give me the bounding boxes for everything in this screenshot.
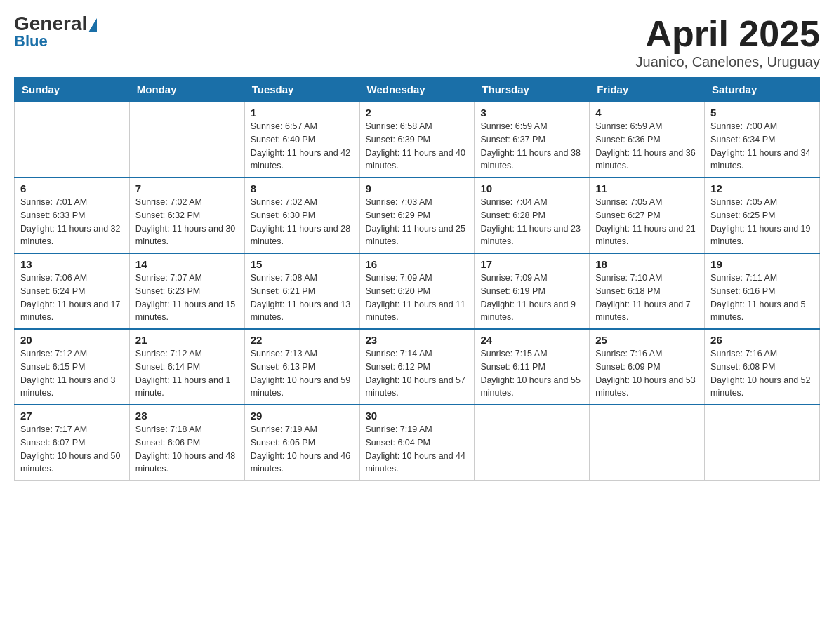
- calendar-header-row: SundayMondayTuesdayWednesdayThursdayFrid…: [15, 78, 820, 102]
- day-number: 6: [20, 182, 124, 194]
- calendar-cell: 11Sunrise: 7:05 AMSunset: 6:27 PMDayligh…: [590, 177, 705, 253]
- day-info: Sunrise: 7:03 AMSunset: 6:29 PMDaylight:…: [366, 196, 469, 248]
- day-number: 13: [20, 258, 124, 270]
- day-number: 21: [135, 334, 239, 346]
- day-info: Sunrise: 7:02 AMSunset: 6:30 PMDaylight:…: [251, 196, 354, 248]
- week-row-5: 27Sunrise: 7:17 AMSunset: 6:07 PMDayligh…: [15, 405, 820, 481]
- calendar-cell: 18Sunrise: 7:10 AMSunset: 6:18 PMDayligh…: [590, 253, 705, 329]
- day-info: Sunrise: 7:08 AMSunset: 6:21 PMDaylight:…: [251, 271, 354, 324]
- column-header-sunday: Sunday: [15, 78, 130, 102]
- week-row-1: 1Sunrise: 6:57 AMSunset: 6:40 PMDaylight…: [15, 102, 820, 177]
- day-info: Sunrise: 7:04 AMSunset: 6:28 PMDaylight:…: [480, 196, 583, 248]
- calendar-cell: 6Sunrise: 7:01 AMSunset: 6:33 PMDaylight…: [15, 177, 130, 253]
- calendar-cell: [705, 405, 820, 481]
- calendar-cell: 13Sunrise: 7:06 AMSunset: 6:24 PMDayligh…: [15, 253, 130, 329]
- day-number: 8: [251, 182, 354, 194]
- day-info: Sunrise: 7:12 AMSunset: 6:15 PMDaylight:…: [20, 347, 124, 400]
- day-number: 12: [710, 182, 814, 194]
- day-number: 26: [710, 334, 814, 346]
- day-number: 3: [480, 107, 583, 119]
- column-header-tuesday: Tuesday: [244, 78, 359, 102]
- week-row-4: 20Sunrise: 7:12 AMSunset: 6:15 PMDayligh…: [15, 329, 820, 405]
- day-number: 4: [595, 107, 699, 119]
- day-number: 16: [366, 258, 469, 270]
- day-info: Sunrise: 7:07 AMSunset: 6:23 PMDaylight:…: [135, 271, 239, 324]
- day-number: 27: [20, 410, 124, 422]
- calendar-cell: 17Sunrise: 7:09 AMSunset: 6:19 PMDayligh…: [475, 253, 590, 329]
- day-info: Sunrise: 7:15 AMSunset: 6:11 PMDaylight:…: [480, 347, 583, 400]
- day-number: 18: [595, 258, 699, 270]
- calendar-cell: 8Sunrise: 7:02 AMSunset: 6:30 PMDaylight…: [244, 177, 359, 253]
- logo-blue-text: Blue: [14, 34, 48, 49]
- day-number: 15: [251, 258, 354, 270]
- day-number: 7: [135, 182, 239, 194]
- day-number: 24: [480, 334, 583, 346]
- day-number: 19: [710, 258, 814, 270]
- column-header-thursday: Thursday: [475, 78, 590, 102]
- calendar-cell: 3Sunrise: 6:59 AMSunset: 6:37 PMDaylight…: [475, 102, 590, 177]
- day-info: Sunrise: 6:57 AMSunset: 6:40 PMDaylight:…: [251, 120, 354, 173]
- day-info: Sunrise: 7:17 AMSunset: 6:07 PMDaylight:…: [20, 423, 124, 476]
- day-number: 5: [710, 107, 814, 119]
- calendar-cell: 2Sunrise: 6:58 AMSunset: 6:39 PMDaylight…: [359, 102, 475, 177]
- day-info: Sunrise: 7:12 AMSunset: 6:14 PMDaylight:…: [135, 347, 239, 400]
- day-info: Sunrise: 7:14 AMSunset: 6:12 PMDaylight:…: [366, 347, 469, 400]
- day-info: Sunrise: 7:05 AMSunset: 6:25 PMDaylight:…: [710, 196, 814, 248]
- logo-general-text: General: [14, 14, 87, 34]
- day-number: 23: [366, 334, 469, 346]
- calendar-cell: 20Sunrise: 7:12 AMSunset: 6:15 PMDayligh…: [15, 329, 130, 405]
- day-number: 22: [251, 334, 354, 346]
- calendar-cell: 9Sunrise: 7:03 AMSunset: 6:29 PMDaylight…: [359, 177, 475, 253]
- day-info: Sunrise: 7:16 AMSunset: 6:08 PMDaylight:…: [710, 347, 814, 400]
- calendar-cell: 5Sunrise: 7:00 AMSunset: 6:34 PMDaylight…: [705, 102, 820, 177]
- title-block: April 2025 Juanico, Canelones, Uruguay: [636, 14, 820, 70]
- day-info: Sunrise: 7:13 AMSunset: 6:13 PMDaylight:…: [251, 347, 354, 400]
- column-header-saturday: Saturday: [705, 78, 820, 102]
- calendar-cell: 23Sunrise: 7:14 AMSunset: 6:12 PMDayligh…: [359, 329, 475, 405]
- calendar-cell: 27Sunrise: 7:17 AMSunset: 6:07 PMDayligh…: [15, 405, 130, 481]
- calendar-cell: [590, 405, 705, 481]
- day-info: Sunrise: 7:19 AMSunset: 6:05 PMDaylight:…: [251, 423, 354, 476]
- column-header-friday: Friday: [590, 78, 705, 102]
- calendar-table: SundayMondayTuesdayWednesdayThursdayFrid…: [14, 77, 820, 481]
- day-number: 10: [480, 182, 583, 194]
- day-info: Sunrise: 6:59 AMSunset: 6:36 PMDaylight:…: [595, 120, 699, 173]
- calendar-cell: 22Sunrise: 7:13 AMSunset: 6:13 PMDayligh…: [244, 329, 359, 405]
- calendar-cell: 4Sunrise: 6:59 AMSunset: 6:36 PMDaylight…: [590, 102, 705, 177]
- calendar-cell: 21Sunrise: 7:12 AMSunset: 6:14 PMDayligh…: [129, 329, 244, 405]
- day-info: Sunrise: 7:10 AMSunset: 6:18 PMDaylight:…: [595, 271, 699, 324]
- day-number: 17: [480, 258, 583, 270]
- day-info: Sunrise: 7:09 AMSunset: 6:19 PMDaylight:…: [480, 271, 583, 324]
- calendar-cell: [475, 405, 590, 481]
- logo: General Blue: [14, 14, 97, 49]
- day-info: Sunrise: 7:00 AMSunset: 6:34 PMDaylight:…: [710, 120, 814, 173]
- calendar-cell: 19Sunrise: 7:11 AMSunset: 6:16 PMDayligh…: [705, 253, 820, 329]
- calendar-cell: 24Sunrise: 7:15 AMSunset: 6:11 PMDayligh…: [475, 329, 590, 405]
- day-number: 28: [135, 410, 239, 422]
- day-info: Sunrise: 7:06 AMSunset: 6:24 PMDaylight:…: [20, 271, 124, 324]
- calendar-cell: 7Sunrise: 7:02 AMSunset: 6:32 PMDaylight…: [129, 177, 244, 253]
- calendar-cell: 29Sunrise: 7:19 AMSunset: 6:05 PMDayligh…: [244, 405, 359, 481]
- day-info: Sunrise: 7:09 AMSunset: 6:20 PMDaylight:…: [366, 271, 469, 324]
- day-info: Sunrise: 7:19 AMSunset: 6:04 PMDaylight:…: [366, 423, 469, 476]
- day-number: 14: [135, 258, 239, 270]
- week-row-3: 13Sunrise: 7:06 AMSunset: 6:24 PMDayligh…: [15, 253, 820, 329]
- week-row-2: 6Sunrise: 7:01 AMSunset: 6:33 PMDaylight…: [15, 177, 820, 253]
- calendar-cell: [15, 102, 130, 177]
- day-info: Sunrise: 7:11 AMSunset: 6:16 PMDaylight:…: [710, 271, 814, 324]
- calendar-cell: 15Sunrise: 7:08 AMSunset: 6:21 PMDayligh…: [244, 253, 359, 329]
- calendar-cell: 14Sunrise: 7:07 AMSunset: 6:23 PMDayligh…: [129, 253, 244, 329]
- calendar-cell: 10Sunrise: 7:04 AMSunset: 6:28 PMDayligh…: [475, 177, 590, 253]
- calendar-cell: 25Sunrise: 7:16 AMSunset: 6:09 PMDayligh…: [590, 329, 705, 405]
- day-info: Sunrise: 7:18 AMSunset: 6:06 PMDaylight:…: [135, 423, 239, 476]
- calendar-cell: [129, 102, 244, 177]
- calendar-cell: 30Sunrise: 7:19 AMSunset: 6:04 PMDayligh…: [359, 405, 475, 481]
- day-number: 29: [251, 410, 354, 422]
- day-number: 11: [595, 182, 699, 194]
- day-number: 30: [366, 410, 469, 422]
- calendar-cell: 16Sunrise: 7:09 AMSunset: 6:20 PMDayligh…: [359, 253, 475, 329]
- day-number: 2: [366, 107, 469, 119]
- day-number: 25: [595, 334, 699, 346]
- day-info: Sunrise: 7:01 AMSunset: 6:33 PMDaylight:…: [20, 196, 124, 248]
- calendar-title: April 2025: [636, 14, 820, 54]
